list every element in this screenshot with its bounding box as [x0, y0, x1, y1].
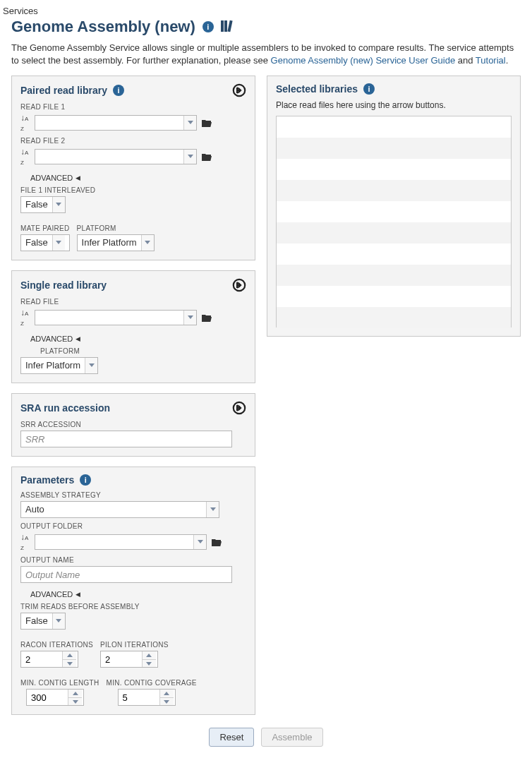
- books-icon[interactable]: [221, 20, 235, 35]
- paired-read-panel: Paired read library i READ FILE 1 ↓AZ RE…: [11, 76, 255, 260]
- add-single-arrow-button[interactable]: [232, 278, 246, 292]
- read-file-2-input[interactable]: [35, 150, 183, 164]
- parameters-panel: Parameters i ASSEMBLY STRATEGY Auto OUTP…: [11, 467, 255, 715]
- info-icon[interactable]: i: [80, 474, 91, 486]
- chevron-down-icon[interactable]: [183, 150, 196, 164]
- sort-az-icon[interactable]: ↓AZ: [20, 113, 30, 133]
- file1-interleaved-value: False: [21, 197, 52, 212]
- chevron-down-icon[interactable]: [206, 502, 219, 517]
- params-advanced-toggle[interactable]: ADVANCED ◀: [30, 590, 246, 598]
- read-file-1-label: READ FILE 1: [20, 103, 246, 111]
- folder-open-icon[interactable]: [201, 313, 212, 323]
- chevron-down-icon[interactable]: [85, 358, 97, 373]
- read-file-2-combo[interactable]: [35, 149, 197, 164]
- selected-libraries-panel: Selected libraries i Place read files he…: [267, 76, 521, 337]
- min-contig-cov-input[interactable]: [119, 690, 159, 705]
- pilon-label: PILON ITERATIONS: [100, 641, 169, 649]
- srr-accession-label: SRR ACCESSION: [20, 421, 246, 428]
- single-platform-label: PLATFORM: [40, 347, 246, 355]
- triangle-left-icon: ◀: [75, 174, 80, 181]
- chevron-down-icon[interactable]: [52, 235, 65, 251]
- output-folder-input[interactable]: [35, 535, 193, 549]
- chevron-down-icon[interactable]: [141, 235, 154, 251]
- add-paired-arrow-button[interactable]: [232, 83, 246, 97]
- min-contig-len-input[interactable]: [27, 690, 68, 705]
- spin-down-icon[interactable]: [68, 698, 82, 706]
- chevron-down-icon[interactable]: [193, 535, 206, 549]
- assembly-strategy-label: ASSEMBLY STRATEGY: [20, 491, 246, 499]
- breadcrumb: Services: [3, 6, 529, 16]
- folder-open-icon[interactable]: [201, 118, 212, 128]
- mate-paired-value: False: [21, 235, 52, 251]
- chevron-down-icon[interactable]: [183, 311, 196, 325]
- sort-az-icon[interactable]: ↓AZ: [20, 532, 30, 552]
- page-description: The Genome Assembly Service allows singl…: [11, 42, 521, 67]
- single-read-panel: Single read library READ FILE ↓AZ ADVANC…: [11, 270, 255, 383]
- folder-open-icon[interactable]: [201, 152, 212, 162]
- chevron-down-icon[interactable]: [52, 613, 65, 629]
- mate-paired-select[interactable]: False: [20, 234, 70, 251]
- paired-advanced-toggle[interactable]: ADVANCED ◀: [30, 174, 246, 182]
- user-guide-link[interactable]: Genome Assembly (new) Service User Guide: [271, 55, 456, 66]
- spin-down-icon[interactable]: [63, 660, 76, 668]
- sra-panel: SRA run accession SRR ACCESSION: [11, 393, 255, 457]
- spin-up-icon[interactable]: [160, 690, 174, 698]
- folder-open-icon[interactable]: [211, 537, 222, 547]
- read-file-1-input[interactable]: [35, 116, 183, 130]
- assembly-strategy-value: Auto: [21, 502, 206, 517]
- spin-up-icon[interactable]: [68, 690, 82, 698]
- info-icon[interactable]: i: [113, 85, 124, 96]
- output-folder-combo[interactable]: [35, 534, 207, 550]
- single-platform-select[interactable]: Infer Platform: [20, 357, 98, 374]
- chevron-down-icon[interactable]: [52, 197, 65, 212]
- spin-up-icon[interactable]: [63, 651, 76, 660]
- single-read-file-combo[interactable]: [35, 310, 197, 325]
- racon-input[interactable]: [21, 651, 62, 667]
- info-icon[interactable]: i: [202, 21, 214, 32]
- single-read-file-label: READ FILE: [20, 298, 246, 306]
- sra-title: SRA run accession: [20, 402, 110, 414]
- triangle-left-icon: ◀: [75, 335, 80, 342]
- paired-platform-select[interactable]: Infer Platform: [77, 234, 155, 251]
- trim-label: TRIM READS BEFORE ASSEMBLY: [20, 603, 246, 610]
- selected-libraries-dropzone[interactable]: [276, 116, 512, 327]
- paired-platform-value: Infer Platform: [78, 235, 141, 251]
- min-contig-cov-spinner[interactable]: [118, 689, 176, 706]
- output-folder-label: OUTPUT FOLDER: [20, 522, 246, 530]
- advanced-label: ADVANCED: [30, 335, 73, 343]
- paired-platform-label: PLATFORM: [77, 224, 155, 232]
- trim-select[interactable]: False: [20, 613, 66, 630]
- spin-down-icon[interactable]: [143, 660, 156, 668]
- file1-interleaved-label: FILE 1 INTERLEAVED: [20, 186, 246, 194]
- single-advanced-toggle[interactable]: ADVANCED ◀: [30, 335, 246, 343]
- min-contig-cov-label: MIN. CONTIG COVERAGE: [107, 679, 197, 687]
- file1-interleaved-select[interactable]: False: [20, 196, 66, 213]
- assembly-strategy-select[interactable]: Auto: [20, 501, 219, 518]
- racon-spinner[interactable]: [20, 651, 78, 668]
- selected-help-text: Place read files here using the arrow bu…: [276, 100, 512, 110]
- read-file-1-combo[interactable]: [35, 115, 197, 131]
- sort-az-icon[interactable]: ↓AZ: [20, 147, 30, 167]
- srr-accession-input[interactable]: [20, 431, 232, 447]
- reset-button[interactable]: Reset: [209, 728, 254, 747]
- advanced-label: ADVANCED: [30, 590, 73, 598]
- min-contig-len-spinner[interactable]: [26, 689, 84, 706]
- sort-az-icon[interactable]: ↓AZ: [20, 308, 30, 327]
- info-icon[interactable]: i: [363, 83, 375, 95]
- read-file-2-label: READ FILE 2: [20, 137, 246, 145]
- pilon-spinner[interactable]: [100, 651, 158, 668]
- output-name-input[interactable]: [20, 566, 232, 583]
- add-sra-arrow-button[interactable]: [232, 401, 246, 415]
- pilon-input[interactable]: [101, 651, 142, 667]
- desc-after: .: [506, 55, 509, 66]
- spin-up-icon[interactable]: [143, 651, 156, 660]
- tutorial-link[interactable]: Tutorial: [476, 55, 506, 66]
- single-read-file-input[interactable]: [35, 311, 183, 325]
- racon-label: RACON ITERATIONS: [20, 641, 93, 649]
- chevron-down-icon[interactable]: [183, 116, 196, 130]
- advanced-label: ADVANCED: [30, 174, 73, 182]
- spin-down-icon[interactable]: [160, 698, 174, 706]
- triangle-left-icon: ◀: [75, 591, 80, 598]
- output-name-label: OUTPUT NAME: [20, 556, 246, 564]
- assemble-button[interactable]: Assemble: [261, 728, 322, 747]
